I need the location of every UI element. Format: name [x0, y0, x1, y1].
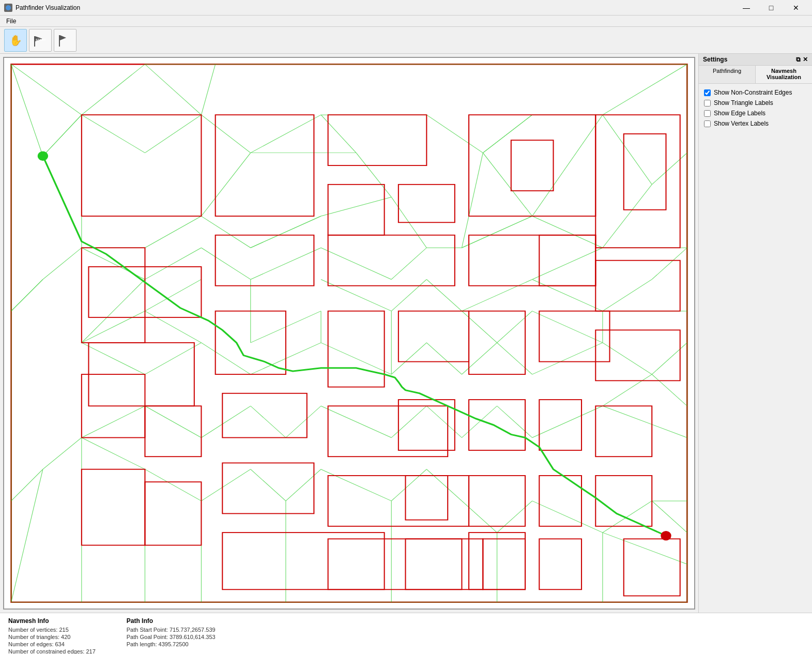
svg-rect-181	[145, 406, 201, 457]
svg-line-8	[11, 64, 43, 156]
checkbox-triangle-labels-label[interactable]: Show Triangle Labels	[714, 99, 773, 107]
svg-line-84	[286, 406, 321, 437]
svg-rect-147	[216, 115, 314, 216]
svg-line-64	[145, 343, 201, 374]
svg-line-39	[603, 115, 652, 185]
svg-point-0	[6, 5, 11, 10]
titlebar-controls[interactable]: — □ ✕	[734, 0, 808, 16]
navmesh-info-title: Navmesh Info	[8, 617, 96, 625]
settings-tabs: Pathfinding Navmesh Visualization	[699, 66, 812, 84]
svg-line-68	[391, 343, 426, 374]
settings-title: Settings	[703, 56, 727, 63]
svg-line-52	[321, 197, 391, 216]
minimize-button[interactable]: —	[734, 0, 758, 16]
checkbox-vertex-labels-label[interactable]: Show Vertex Labels	[714, 120, 769, 127]
svg-line-11	[82, 64, 145, 115]
svg-line-30	[82, 115, 145, 153]
navmesh-triangles: Number of triangles: 420	[8, 634, 96, 640]
navmesh-info-section: Navmesh Info Number of vertices: 215 Num…	[8, 617, 96, 650]
svg-line-125	[82, 311, 145, 343]
svg-line-46	[483, 115, 532, 153]
svg-line-41	[603, 185, 652, 248]
svg-line-70	[462, 343, 497, 374]
svg-rect-161	[222, 533, 384, 589]
settings-header-icons[interactable]: ⧉ ✕	[796, 56, 808, 63]
svg-line-74	[652, 343, 687, 374]
navmesh-constrained-edges: Number of constrained edges: 217	[8, 648, 96, 654]
settings-close-button[interactable]: ✕	[803, 56, 808, 63]
svg-line-86	[201, 406, 250, 437]
svg-rect-164	[399, 311, 469, 362]
svg-line-99	[462, 501, 497, 533]
maximize-button[interactable]: □	[759, 0, 783, 16]
svg-line-96	[321, 469, 391, 501]
svg-line-59	[11, 279, 43, 311]
svg-line-87	[145, 406, 201, 437]
svg-line-97	[391, 469, 426, 501]
svg-line-102	[603, 501, 652, 533]
navmesh-vertices: Number of vertices: 215	[8, 627, 96, 633]
visualization-canvas[interactable]	[3, 57, 695, 610]
svg-line-29	[145, 115, 201, 153]
svg-rect-154	[624, 134, 666, 210]
svg-line-40	[652, 153, 687, 185]
titlebar: Pathfinder Visualization — □ ✕	[0, 0, 812, 16]
svg-line-75	[652, 374, 687, 406]
svg-line-32	[201, 115, 250, 153]
svg-line-43	[532, 216, 603, 248]
svg-line-90	[11, 469, 43, 501]
svg-rect-177	[595, 406, 652, 457]
settings-content: Show Non-Constraint Edges Show Triangle …	[699, 84, 812, 132]
svg-rect-187	[539, 539, 581, 589]
svg-rect-4	[59, 35, 60, 47]
set-goal-button[interactable]	[54, 29, 76, 52]
svg-line-91	[82, 437, 145, 469]
main-content: Settings ⧉ ✕ Pathfinding Navmesh Visuali…	[0, 54, 812, 613]
set-start-button[interactable]: START	[29, 29, 52, 52]
svg-rect-168	[469, 235, 595, 286]
checkbox-edge-labels-input[interactable]	[704, 110, 711, 117]
pan-tool-button[interactable]: ✋	[4, 29, 27, 52]
checkbox-show-vertex-labels: Show Vertex Labels	[704, 120, 807, 127]
path-info-title: Path Info	[127, 617, 216, 625]
svg-line-71	[497, 343, 532, 374]
svg-line-115	[251, 216, 321, 248]
svg-line-126	[145, 311, 201, 343]
settings-restore-button[interactable]: ⧉	[796, 56, 801, 63]
svg-text:START: START	[36, 38, 46, 41]
svg-line-138	[497, 311, 532, 343]
statusbar: Navmesh Info Number of vertices: 215 Num…	[0, 613, 812, 654]
svg-line-14	[201, 64, 215, 115]
svg-line-92	[145, 469, 201, 501]
svg-line-44	[532, 115, 603, 216]
menu-file[interactable]: File	[2, 17, 20, 26]
svg-line-118	[462, 216, 532, 248]
checkbox-non-constraint-label[interactable]: Show Non-Constraint Edges	[714, 89, 792, 96]
checkbox-show-edge-labels: Show Edge Labels	[704, 110, 807, 117]
svg-rect-171	[469, 476, 525, 526]
svg-line-67	[321, 343, 391, 374]
svg-line-76	[603, 374, 652, 406]
svg-line-63	[82, 343, 145, 374]
svg-rect-159	[222, 393, 307, 438]
checkbox-non-constraint-input[interactable]	[704, 89, 711, 96]
checkbox-vertex-labels-input[interactable]	[704, 120, 711, 127]
svg-line-120	[321, 248, 391, 279]
close-button[interactable]: ✕	[784, 0, 808, 16]
svg-line-98	[426, 469, 462, 501]
tab-navmesh-visualization[interactable]: Navmesh Visualization	[756, 66, 812, 83]
app-icon	[4, 4, 12, 12]
svg-rect-182	[145, 482, 201, 545]
path-start: Path Start Point: 715.737,2657.539	[127, 627, 216, 633]
svg-line-77	[603, 406, 687, 437]
checkbox-edge-labels-label[interactable]: Show Edge Labels	[714, 110, 765, 117]
tab-pathfinding[interactable]: Pathfinding	[699, 66, 756, 83]
path-info-section: Path Info Path Start Point: 715.737,2657…	[127, 617, 216, 650]
svg-rect-170	[469, 400, 525, 450]
svg-line-49	[321, 115, 356, 153]
svg-rect-153	[595, 115, 680, 248]
svg-rect-188	[624, 539, 680, 596]
svg-line-85	[251, 406, 286, 437]
checkbox-triangle-labels-input[interactable]	[704, 100, 711, 107]
svg-line-35	[426, 115, 483, 153]
